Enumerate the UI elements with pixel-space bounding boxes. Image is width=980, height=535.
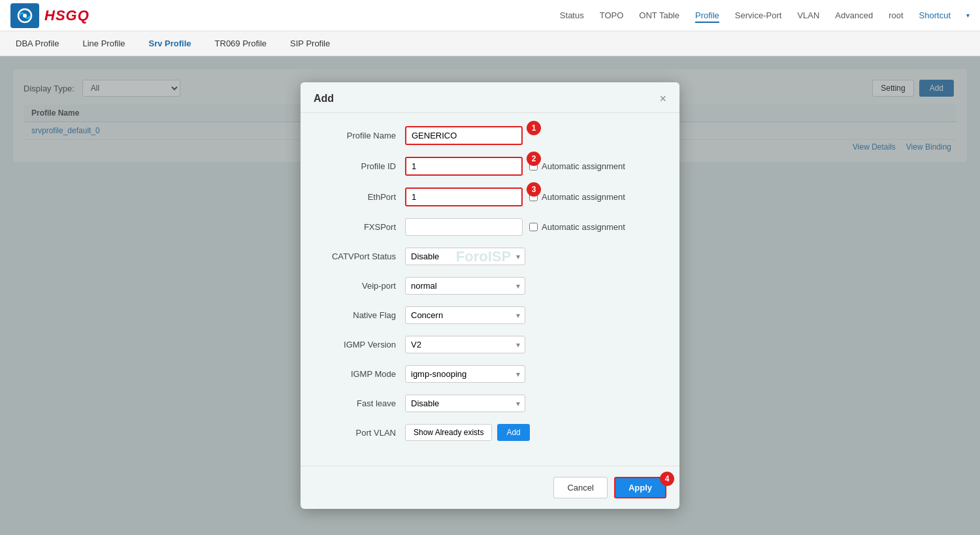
fxs-port-row: FXSPort Automatic assignment [314,218,653,236]
profile-id-input[interactable] [405,157,523,176]
eth-port-auto-check: Automatic assignment [529,192,625,202]
logo-text: HSGQ [44,7,90,24]
profile-id-label: Profile ID [314,161,405,171]
svg-point-1 [23,14,27,18]
eth-port-input[interactable] [405,187,523,206]
igmp-mode-select-wrapper: igmp-snooping igmp-proxy [405,365,525,383]
sub-tabs: DBA Profile Line Profile Srv Profile TR0… [0,31,980,56]
step-1-badge: 1 [527,121,541,135]
profile-id-row: Profile ID 2 Automatic assignment [314,157,653,176]
tab-tr069-profile[interactable]: TR069 Profile [204,35,277,52]
veip-port-row: Veip-port normal advanced [314,277,653,295]
modal-body: Profile Name 1 Profile ID 2 Auto [301,113,679,466]
catv-status-label: CATVPort Status [314,251,405,261]
native-flag-select-wrapper: Concern No Concern [405,306,525,324]
igmp-mode-select[interactable]: igmp-snooping igmp-proxy [405,365,525,383]
nav-root[interactable]: root [889,8,903,23]
modal-header: Add × [301,82,679,113]
veip-port-select-wrapper: normal advanced [405,277,525,295]
eth-port-row: EthPort 3 Automatic assignment [314,187,653,206]
catv-status-row: CATVPort Status Disable Enable ForoISP [314,248,653,265]
modal-dialog: Add × Profile Name 1 Profile ID [301,82,679,509]
igmp-mode-label: IGMP Mode [314,369,405,379]
nav-profile[interactable]: Profile [695,8,719,23]
cancel-button[interactable]: Cancel [553,477,607,498]
native-flag-row: Native Flag Concern No Concern [314,306,653,324]
main-content: Display Type: All Profile Name Pro... sr… [0,56,980,535]
nav-advanced[interactable]: Advanced [835,8,873,23]
nav-shortcut[interactable]: Shortcut [919,8,951,23]
logo-icon [10,3,39,28]
fxs-port-auto-check: Automatic assignment [529,222,625,232]
port-vlan-row: Port VLAN Show Already exists Add [314,424,653,441]
tab-srv-profile[interactable]: Srv Profile [139,35,202,52]
fxs-port-label: FXSPort [314,222,405,232]
igmp-version-row: IGMP Version V2 V3 [314,336,653,353]
profile-name-label: Profile Name [314,131,405,140]
tab-sip-profile[interactable]: SIP Profile [280,35,340,52]
nav-links: Status TOPO ONT Table Profile Service-Po… [560,8,970,23]
profile-name-row: Profile Name 1 [314,126,653,145]
modal-footer: Cancel Apply 4 [301,466,679,509]
veip-port-select[interactable]: normal advanced [405,277,525,295]
native-flag-select[interactable]: Concern No Concern [405,306,525,324]
port-vlan-label: Port VLAN [314,428,405,438]
tab-line-profile[interactable]: Line Profile [72,35,135,52]
tab-dba-profile[interactable]: DBA Profile [5,35,69,52]
fast-leave-row: Fast leave Disable Enable [314,395,653,412]
eth-port-auto-label: Automatic assignment [542,192,625,202]
profile-id-auto-label: Automatic assignment [542,161,625,171]
catv-status-select[interactable]: Disable Enable [405,248,525,265]
step-2-badge: 2 [527,152,541,166]
fxs-port-auto-label: Automatic assignment [542,222,625,232]
igmp-mode-row: IGMP Mode igmp-snooping igmp-proxy [314,365,653,383]
fast-leave-select-wrapper: Disable Enable [405,395,525,412]
fxs-port-input[interactable] [405,218,523,236]
nav-status[interactable]: Status [560,8,584,23]
show-already-exists-button[interactable]: Show Already exists [405,424,492,441]
nav-topo[interactable]: TOPO [600,8,624,23]
native-flag-label: Native Flag [314,310,405,320]
nav-vlan[interactable]: VLAN [797,8,819,23]
step-4-badge: 4 [660,472,674,486]
veip-port-label: Veip-port [314,281,405,291]
fast-leave-select[interactable]: Disable Enable [405,395,525,412]
catv-status-select-wrapper: Disable Enable [405,248,525,265]
shortcut-chevron-icon: ▾ [966,12,970,19]
port-vlan-buttons: Show Already exists Add [405,424,530,441]
fast-leave-label: Fast leave [314,398,405,408]
step-3-badge: 3 [527,182,541,197]
apply-button[interactable]: Apply [614,477,666,498]
modal-overlay: Add × Profile Name 1 Profile ID [0,56,980,535]
eth-port-label: EthPort [314,192,405,202]
modal-close-button[interactable]: × [659,93,666,105]
profile-name-input[interactable] [405,126,523,145]
profile-id-auto-check: Automatic assignment [529,161,625,171]
igmp-version-label: IGMP Version [314,340,405,349]
top-nav: HSGQ Status TOPO ONT Table Profile Servi… [0,0,980,31]
fxs-port-auto-checkbox[interactable] [529,223,538,231]
modal-title: Add [314,93,334,105]
nav-service-port[interactable]: Service-Port [735,8,782,23]
igmp-version-select-wrapper: V2 V3 [405,336,525,353]
nav-ont-table[interactable]: ONT Table [639,8,679,23]
logo-area: HSGQ [10,3,90,28]
igmp-version-select[interactable]: V2 V3 [405,336,525,353]
add-vlan-button[interactable]: Add [497,424,529,441]
